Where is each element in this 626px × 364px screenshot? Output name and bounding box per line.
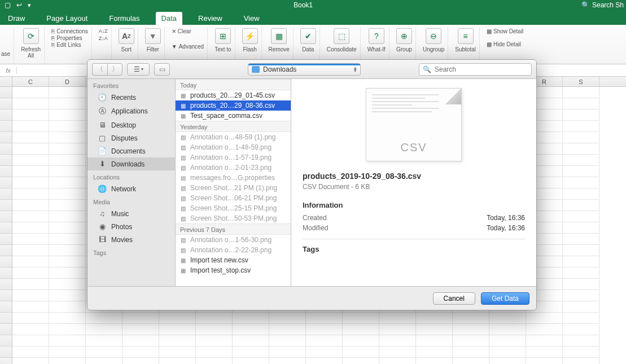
file-type-label: CSV <box>366 141 461 154</box>
dialog-footer: Cancel Get Data <box>87 286 536 310</box>
file-name: Annotation o…1-56-30.png <box>190 236 272 244</box>
modified-label: Modified <box>303 224 328 232</box>
nav-back-button[interactable]: 〈 <box>92 63 107 76</box>
chevron-right-icon: 〉 <box>112 64 119 74</box>
file-item[interactable]: ▧Screen Shot…21 PM (1).png <box>176 183 291 193</box>
info-section-label: Information <box>303 201 525 209</box>
file-icon: ▧ <box>179 236 187 244</box>
file-item[interactable]: ▧Annotation o…1-56-30.png <box>176 235 291 245</box>
folder-small-icon: ▭ <box>159 65 165 73</box>
sidebar-item-desktop[interactable]: 🖥Desktop <box>87 119 175 131</box>
file-name: Screen Shot…06-21 PM.png <box>190 194 277 202</box>
sidebar-item-documents[interactable]: 📄Documents <box>87 144 175 157</box>
desktop-icon: 🖥 <box>98 121 107 129</box>
file-icon: ▦ <box>179 112 187 120</box>
chevron-left-icon: 〈 <box>97 64 103 74</box>
search-box[interactable]: 🔍 <box>419 63 532 76</box>
file-icon: ▦ <box>179 266 187 274</box>
sidebar-item-recents[interactable]: 🕘Recents <box>87 91 175 104</box>
sidebar-item-label: Disputes <box>111 134 138 142</box>
sidebar-item-label: Recents <box>111 94 136 102</box>
file-item[interactable]: ▧Annotation o…1-57-19.png <box>176 152 291 163</box>
file-icon: ▧ <box>179 204 187 212</box>
location-selector[interactable]: Downloads ▴▾ <box>248 63 361 76</box>
file-section-label: Previous 7 Days <box>176 223 291 235</box>
file-item[interactable]: ▦Test_space_comma.csv <box>176 111 291 121</box>
music-icon: ♫ <box>98 209 107 218</box>
file-icon: ▦ <box>179 91 187 99</box>
sidebar-item-disputes[interactable]: ▢Disputes <box>87 131 175 144</box>
file-icon: ▧ <box>179 143 187 151</box>
clock-icon: 🕘 <box>98 93 107 102</box>
sidebar-section-label: Locations <box>87 170 175 182</box>
created-label: Created <box>303 214 327 222</box>
sidebar-item-label: Photos <box>111 223 132 231</box>
file-icon: ▧ <box>179 214 187 222</box>
created-value: Today, 16:36 <box>487 214 525 222</box>
view-mode-button[interactable]: ☰ ▾ <box>127 63 150 76</box>
file-list: Today▦products_20…29_01-45.csv▦products_… <box>176 79 291 286</box>
sidebar-item-photos[interactable]: ◉Photos <box>87 220 175 233</box>
file-item[interactable]: ▦Import test new.csv <box>176 255 291 265</box>
file-item[interactable]: ▧Annotation o…2-22-28.png <box>176 245 291 255</box>
file-item[interactable]: ▧Screen Shot…25-15 PM.png <box>176 203 291 213</box>
tags-section-label: Tags <box>303 239 525 253</box>
file-name: Screen Shot…21 PM (1).png <box>190 184 277 192</box>
sidebar-item-movies[interactable]: 🎞Movies <box>87 233 175 246</box>
file-icon: ▧ <box>179 154 187 161</box>
sidebar-item-applications[interactable]: ⒶApplications <box>87 104 175 119</box>
columns-view-icon: ☰ <box>134 65 140 73</box>
file-section-label: Today <box>176 79 291 90</box>
chevron-down-icon: ▾ <box>141 67 143 72</box>
file-name: Annotation o…2-01-23.png <box>190 164 272 172</box>
search-icon: 🔍 <box>423 65 431 73</box>
file-item[interactable]: ▧Annotation o…1-48-59.png <box>176 142 291 152</box>
sidebar-item-downloads[interactable]: ⬇︎Downloads <box>87 157 175 170</box>
search-input[interactable] <box>435 65 528 73</box>
file-name: Screen Shot…50-53 PM.png <box>190 214 277 222</box>
get-data-button[interactable]: Get Data <box>481 292 529 305</box>
file-name: products_20…29_08-36.csv <box>190 102 275 109</box>
file-icon: ▧ <box>179 184 187 192</box>
file-icon: ▧ <box>179 194 187 202</box>
modified-value: Today, 16:36 <box>487 224 525 232</box>
file-name: Annotation o…48-59 (1).png <box>190 133 275 141</box>
file-item[interactable]: ▦products_20…29_01-45.csv <box>176 90 291 100</box>
sidebar-item-label: Desktop <box>111 121 136 129</box>
file-thumbnail: CSV <box>366 88 462 161</box>
file-item[interactable]: ▦Import test_stop.csv <box>176 265 291 275</box>
nav-forward-button[interactable]: 〉 <box>107 63 122 76</box>
dialog-toolbar: 〈 〉 ☰ ▾ ▭ Downloads ▴▾ 🔍 <box>87 60 536 79</box>
sidebar-item-label: Network <box>111 185 136 193</box>
file-item[interactable]: ▧Annotation o…48-59 (1).png <box>176 132 291 142</box>
sidebar-item-label: Downloads <box>111 160 145 168</box>
file-item[interactable]: ▤messages.fro…G.properties <box>176 173 291 183</box>
file-icon: ▤ <box>179 174 187 182</box>
file-item[interactable]: ▧Annotation o…2-01-23.png <box>176 163 291 173</box>
movie-icon: 🎞 <box>98 235 107 244</box>
file-name: Annotation o…1-57-19.png <box>190 154 272 161</box>
folder-icon: ▢ <box>98 134 107 142</box>
folder-icon <box>252 66 260 73</box>
file-icon: ▧ <box>179 246 187 254</box>
file-name: Annotation o…2-22-28.png <box>190 246 272 254</box>
file-name: Annotation o…1-48-59.png <box>190 143 272 151</box>
file-item[interactable]: ▦products_20…29_08-36.csv <box>176 100 291 111</box>
file-name: Import test_stop.csv <box>190 266 251 274</box>
preview-subtitle: CSV Document - 6 KB <box>303 183 525 191</box>
preview-filename: products_2019-10-29_08-36.csv <box>303 172 525 181</box>
sidebar-item-label: Applications <box>111 107 148 115</box>
file-open-dialog: 〈 〉 ☰ ▾ ▭ Downloads ▴▾ 🔍 Favorites🕘Recen… <box>87 59 537 310</box>
app-icon: Ⓐ <box>98 106 107 116</box>
sidebar-item-network[interactable]: 🌐Network <box>87 182 175 195</box>
download-icon: ⬇︎ <box>98 160 107 168</box>
file-icon: ▧ <box>179 133 187 141</box>
sidebar-section-label: Media <box>87 195 175 207</box>
cancel-button[interactable]: Cancel <box>433 292 475 305</box>
file-name: Test_space_comma.csv <box>190 112 262 120</box>
sidebar-item-music[interactable]: ♫Music <box>87 207 175 220</box>
sidebar-item-label: Music <box>111 210 129 218</box>
file-item[interactable]: ▧Screen Shot…50-53 PM.png <box>176 213 291 223</box>
group-by-button[interactable]: ▭ <box>154 63 170 76</box>
file-item[interactable]: ▧Screen Shot…06-21 PM.png <box>176 193 291 203</box>
